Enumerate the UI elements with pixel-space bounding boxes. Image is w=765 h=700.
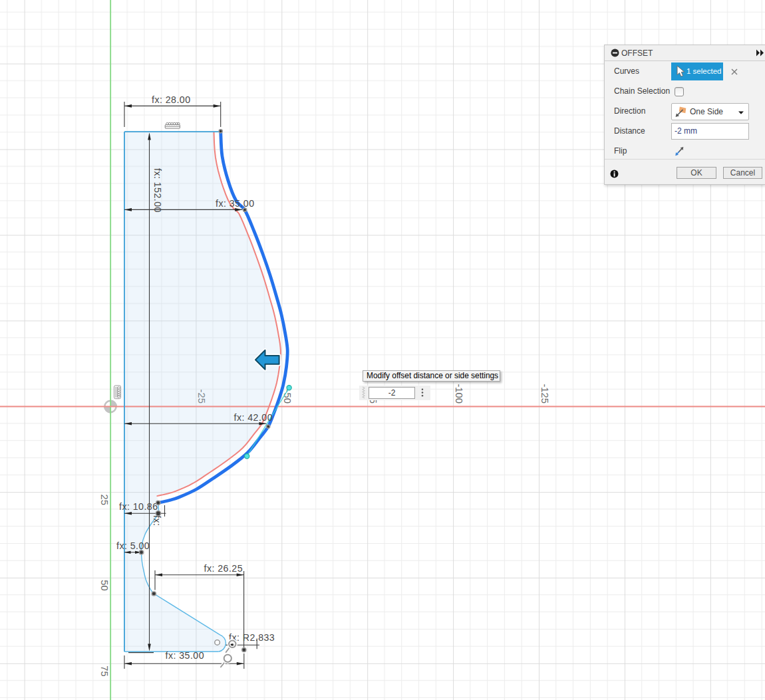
svg-text:fx: 10.86: fx: 10.86 (119, 501, 158, 512)
svg-text:fx: 26.25: fx: 26.25 (204, 563, 243, 574)
svg-text:fx: 152.00: fx: 152.00 (152, 168, 163, 213)
svg-text:fx: 28.00: fx: 28.00 (152, 94, 190, 105)
svg-text:fx:: fx: (152, 515, 162, 526)
svg-text:-100: -100 (454, 384, 464, 404)
svg-text:fx: 42.00: fx: 42.00 (234, 412, 273, 423)
svg-text:50: 50 (99, 580, 110, 590)
svg-text:fx: 35.00: fx: 35.00 (166, 650, 204, 661)
svg-text:fx: 5.00: fx: 5.00 (116, 540, 150, 551)
svg-text:75: 75 (99, 665, 110, 676)
svg-text:25: 25 (99, 495, 110, 505)
svg-text:-125: -125 (539, 384, 550, 404)
svg-text:fx: 35.00: fx: 35.00 (216, 198, 254, 209)
